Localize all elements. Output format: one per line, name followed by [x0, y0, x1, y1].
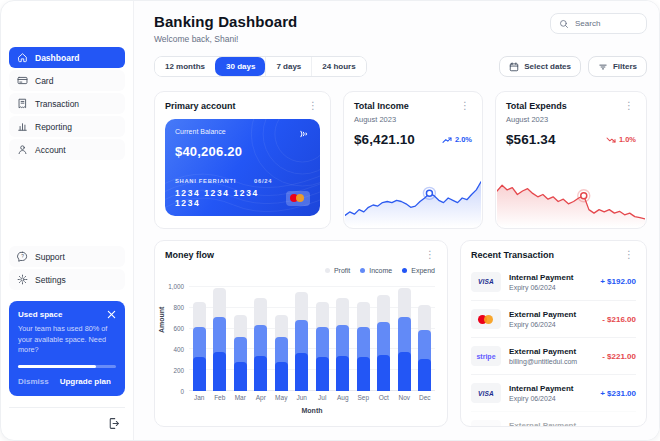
kebab-menu-icon[interactable]: ⋮	[306, 101, 320, 111]
kebab-menu-icon[interactable]: ⋮	[458, 101, 472, 111]
sidebar-item-account[interactable]: Account	[9, 139, 125, 160]
upgrade-plan-button[interactable]: Upgrade plan	[60, 377, 111, 386]
transaction-title: Internal Payment	[509, 273, 592, 282]
select-dates-label: Select dates	[524, 62, 571, 71]
money-flow-chart: 02004006008001,000	[189, 287, 435, 391]
bar-expend	[336, 356, 349, 391]
range-tab-12-months[interactable]: 12 months	[155, 57, 215, 76]
sidebar-nav: DashboardCardTransactionReportingAccount	[9, 47, 125, 162]
total-income-value: $6,421.10	[354, 132, 415, 147]
search-icon	[559, 19, 569, 29]
transaction-row[interactable]: External PaymentExpiry 06/2024- $216.00	[471, 300, 636, 337]
legend-label: Profit	[334, 267, 350, 274]
sidebar-item-label: Support	[35, 252, 65, 262]
y-axis-tick-label: 400	[173, 346, 184, 353]
x-axis-tick-label: Dec	[415, 394, 436, 401]
sidebar-item-reporting[interactable]: Reporting	[9, 116, 125, 137]
y-axis-tick-label: 1,000	[168, 283, 184, 290]
x-axis-tick-labels: JanFebMarAprMayJunJulAugSepOctNovDec	[189, 394, 435, 401]
close-icon[interactable]	[107, 310, 116, 319]
mastercard-icon	[471, 309, 501, 329]
page-title: Banking Dashboard	[154, 13, 297, 30]
legend-dot	[402, 268, 407, 273]
total-expends-card: Total Expends ⋮ August 2023 $561.34 1.0%	[495, 91, 647, 229]
x-axis-tick-label: Nov	[394, 394, 415, 401]
bar-column-may	[271, 287, 292, 391]
svg-text:?: ?	[21, 254, 24, 259]
sidebar-item-dashboard[interactable]: Dashboard	[9, 47, 125, 68]
transaction-icon	[17, 98, 28, 109]
logout-icon[interactable]	[107, 417, 120, 430]
bar-expend	[295, 353, 308, 391]
x-axis-tick-label: Jan	[189, 394, 210, 401]
bar-column-oct	[374, 287, 395, 391]
legend-item-income: Income	[360, 267, 392, 274]
x-axis-tick-label: Jun	[292, 394, 313, 401]
recent-transactions-title: Recent Transaction	[471, 250, 554, 260]
bar-column-dec	[415, 287, 436, 391]
card-holder-name: SHANI FEBRIANTI	[175, 178, 236, 184]
transaction-row[interactable]: VISAExternal PaymentExpiry 06/2024- $211…	[471, 411, 636, 427]
search-box[interactable]	[550, 13, 647, 34]
transaction-amount: - $216.00	[602, 315, 636, 324]
search-input[interactable]	[575, 19, 645, 28]
money-flow-legend: ProfitIncomeExpend	[325, 267, 435, 274]
page-subtitle: Welcome back, Shani!	[154, 34, 297, 44]
reporting-icon	[17, 121, 28, 132]
money-flow-card: Money flow ⋮ ProfitIncomeExpend Amount 0…	[154, 240, 448, 427]
filters-button[interactable]: Filters	[588, 56, 647, 77]
total-expends-delta: 1.0%	[606, 135, 636, 144]
account-icon	[17, 144, 28, 155]
bar-expend	[254, 356, 267, 391]
legend-item-expend: Expend	[402, 267, 435, 274]
total-income-sparkline	[345, 165, 481, 227]
legend-item-profit: Profit	[325, 267, 350, 274]
sidebar-footer-nav: ?SupportSettings	[9, 246, 125, 292]
y-axis-tick-label: 0	[180, 388, 184, 395]
kebab-menu-icon[interactable]: ⋮	[622, 101, 636, 111]
sidebar-item-transaction[interactable]: Transaction	[9, 93, 125, 114]
transaction-amount: + $231.00	[600, 389, 636, 398]
transaction-subtitle: Expiry 06/2024	[509, 395, 592, 402]
total-expends-sparkline	[497, 165, 645, 227]
calendar-icon	[509, 62, 519, 72]
x-axis-tick-label: Apr	[251, 394, 272, 401]
x-axis-tick-label: Feb	[210, 394, 231, 401]
total-income-period: August 2023	[354, 115, 472, 124]
total-income-delta: 2.0%	[442, 135, 472, 144]
sidebar-item-card[interactable]: Card	[9, 70, 125, 91]
date-range-segmented-control: 12 months30 days7 days24 hours	[154, 56, 367, 77]
transaction-row[interactable]: VISAInternal PaymentExpiry 06/2024+ $231…	[471, 374, 636, 411]
primary-account-title: Primary account	[165, 101, 236, 111]
transaction-amount: - $221.00	[602, 352, 636, 361]
kebab-menu-icon[interactable]: ⋮	[622, 250, 636, 260]
range-tab-7-days[interactable]: 7 days	[265, 57, 311, 76]
sidebar-item-label: Transaction	[35, 99, 79, 109]
transaction-row[interactable]: stripeExternal Paymentbilling@untitledui…	[471, 337, 636, 374]
mastercard-icon	[286, 191, 310, 206]
dismiss-button[interactable]: Dismiss	[18, 377, 49, 386]
bar-expend	[377, 355, 390, 391]
sidebar-item-label: Account	[35, 145, 66, 155]
transaction-title: External Payment	[509, 310, 594, 319]
select-dates-button[interactable]: Select dates	[499, 56, 581, 77]
bar-expend	[398, 352, 411, 391]
settings-icon	[17, 274, 28, 285]
range-tab-24-hours[interactable]: 24 hours	[311, 57, 365, 76]
x-axis-tick-label: Mar	[230, 394, 251, 401]
trend-up-icon	[442, 136, 452, 144]
sidebar-item-support[interactable]: ?Support	[9, 246, 125, 267]
app-window: DashboardCardTransactionReportingAccount…	[0, 0, 660, 441]
sidebar-divider	[9, 407, 125, 408]
bar-expend	[275, 362, 288, 391]
sidebar-item-label: Settings	[35, 275, 66, 285]
filters-label: Filters	[613, 62, 637, 71]
range-tab-30-days[interactable]: 30 days	[215, 57, 265, 76]
bar-column-jun	[292, 287, 313, 391]
x-axis-tick-label: Sep	[353, 394, 374, 401]
kebab-menu-icon[interactable]: ⋮	[423, 250, 437, 260]
transaction-title: External Payment	[509, 347, 594, 356]
sidebar-item-settings[interactable]: Settings	[9, 269, 125, 290]
main-content: Banking Dashboard Welcome back, Shani! 1…	[134, 1, 659, 440]
transaction-row[interactable]: VISAInternal PaymentExpiry 06/2024+ $192…	[471, 263, 636, 300]
